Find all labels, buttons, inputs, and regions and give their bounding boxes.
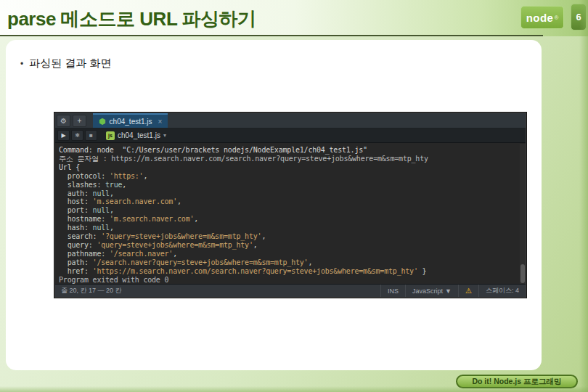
node-logo: node ® [520,6,564,29]
new-terminal-button[interactable]: + [73,115,86,127]
console-line: protocol: 'https:', [59,172,520,181]
console-line: query: 'query=steve+jobs&where=m&sm=mtp_… [59,241,520,250]
console-output: Command: node "C:/Users/user/brackets no… [55,144,520,285]
stop-button[interactable]: ■ [85,130,97,141]
plus-icon: + [78,117,82,125]
chevron-down-icon: ▾ [163,132,166,139]
chevron-down-icon: ▼ [445,287,452,295]
frame-edge-bottom [0,386,588,392]
ide-screenshot: ⚙ + ⬢ ch04_test1.js × ▶ ✱ ■ js ch04_test… [54,113,526,298]
header-divider [0,35,543,36]
console-line: Program exited with code 0 [59,276,520,285]
console-line: auth: null, [59,189,520,198]
slide-header: parse 메소드로 URL 파싱하기 [0,0,588,36]
active-file-name: ch04_test1.js [118,131,160,139]
play-icon: ▶ [61,132,65,139]
console-line: host: 'm.search.naver.com', [59,197,520,206]
language-selector[interactable]: JavaScript ▼ [405,285,458,297]
settings-button[interactable]: ⚙ [57,115,70,127]
terminal-tab-bar: ⚙ + ⬢ ch04_test1.js × [55,113,526,128]
insert-mode-label: INS [388,287,399,295]
terminal-tab-label: ch04_test1.js [110,118,152,126]
console-line: path: '/search.naver?query=steve+jobs&wh… [59,258,520,267]
scrollbar-handle[interactable] [520,264,525,283]
node-hexagon-icon: ⬢ [99,118,106,126]
console-line: search: '?query=steve+jobs&where=m&sm=mt… [59,232,520,241]
console-line: 주소 문자열 : https://m.search.naver.com/sear… [59,155,520,163]
lint-status[interactable]: ⚠ [458,285,478,297]
bullet-icon: • [20,59,23,69]
editor-status-bar: 줄 20, 칸 17 — 20 칸 INS JavaScript ▼ ⚠ 스페이… [55,284,526,297]
console-scrollbar[interactable] [520,144,526,285]
console-line: slashes: true, [59,181,520,189]
registered-mark-icon: ® [554,15,558,21]
console-line: Url { [59,163,520,172]
gear-icon: ⚙ [60,117,67,125]
warning-icon: ⚠ [465,287,472,295]
stop-icon: ■ [89,132,93,139]
bullet-text: 파싱된 결과 화면 [29,57,111,69]
bullet-item: •파싱된 결과 화면 [20,57,112,70]
indent-setting[interactable]: 스페이스: 4 [478,285,526,297]
debug-icon: ✱ [75,132,80,139]
language-label: JavaScript [412,287,443,295]
active-file-selector[interactable]: js ch04_test1.js ▾ [106,131,166,140]
console-line: hash: null, [59,224,520,232]
run-toolbar: ▶ ✱ ■ js ch04_test1.js ▾ [55,128,526,143]
console-line: hostname: 'm.search.naver.com', [59,215,520,224]
console-line: pathname: '/search.naver', [59,250,520,258]
run-button[interactable]: ▶ [57,130,70,141]
terminal-tab[interactable]: ⬢ ch04_test1.js × [93,113,168,128]
slide: { "slide": { "title": "parse 메소드로 URL 파싱… [0,0,588,392]
js-file-icon: js [106,131,115,140]
console-line: port: null, [59,206,520,215]
node-logo-text: node [526,12,554,24]
frame-edge-right [579,0,588,392]
console-line: Command: node "C:/Users/user/brackets no… [59,146,520,155]
insert-mode-indicator[interactable]: INS [380,285,405,297]
indent-label: 스페이스: 4 [486,286,519,295]
page-title: parse 메소드로 URL 파싱하기 [7,7,256,32]
close-icon[interactable]: × [158,118,163,126]
console-line: href: 'https://m.search.naver.com/search… [59,267,520,276]
cursor-position-status: 줄 20, 칸 17 — 20 칸 [55,286,380,295]
debug-button[interactable]: ✱ [71,130,83,141]
